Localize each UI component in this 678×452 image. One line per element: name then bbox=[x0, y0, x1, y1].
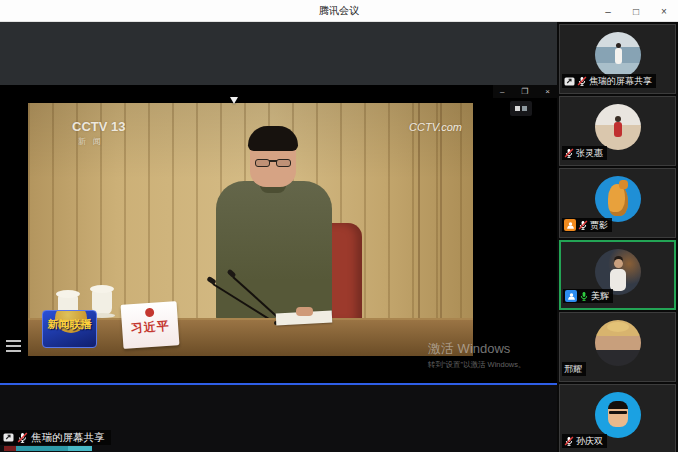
taskbar-sliver bbox=[4, 446, 92, 451]
participant-name: 美辉 bbox=[591, 290, 609, 303]
activation-line2: 转到“设置”以激活 Windows。 bbox=[428, 360, 526, 370]
avatar bbox=[595, 176, 641, 222]
participant-name: 贾影 bbox=[590, 219, 608, 232]
participant-label: 张灵惠 bbox=[562, 146, 607, 160]
participant-tile[interactable]: 焦瑞的屏幕共享 bbox=[559, 24, 676, 94]
cctv13-watermark: CCTV 13 新闻 bbox=[72, 119, 125, 147]
participant-label: 贾影 bbox=[562, 218, 612, 232]
participant-label: 孙庆双 bbox=[562, 434, 607, 448]
cctvcom-watermark: CCTV.com bbox=[409, 121, 462, 133]
muted-mic-icon bbox=[564, 436, 574, 446]
shared-video-player: CCTV 13 新闻 CCTV.com bbox=[0, 85, 557, 383]
shared-app-titlebar: – ❐ × bbox=[493, 85, 557, 98]
shared-app-grid-button bbox=[510, 101, 532, 116]
xinwenlianbo-logo: 新闻联播 XINWENLIANBO bbox=[42, 310, 97, 348]
participant-tile[interactable]: 贾影 bbox=[559, 168, 676, 238]
participant-label: 美辉 bbox=[563, 289, 613, 303]
window-title: 腾讯会议 bbox=[0, 0, 678, 22]
participant-name: 张灵惠 bbox=[576, 147, 603, 160]
screen-share-icon bbox=[3, 432, 14, 443]
muted-mic-icon bbox=[578, 220, 588, 230]
speaker-head bbox=[250, 129, 296, 187]
speaker-hand bbox=[296, 307, 313, 316]
screen-share-banner: 焦瑞的屏幕共享 bbox=[0, 430, 111, 445]
screen-share-icon bbox=[564, 76, 575, 87]
shared-app-minimize-icon: – bbox=[500, 85, 504, 98]
participant-label: 邢耀 bbox=[562, 362, 586, 376]
avatar bbox=[595, 320, 641, 366]
close-button[interactable]: × bbox=[650, 6, 678, 17]
shared-app-restore-icon: ❐ bbox=[521, 85, 528, 98]
host-badge-icon bbox=[564, 219, 576, 231]
minimize-button[interactable]: – bbox=[594, 6, 622, 17]
bottom-strip: 焦瑞的屏幕共享 bbox=[0, 385, 557, 452]
muted-mic-icon bbox=[577, 76, 587, 86]
participant-tile-active-speaker[interactable]: 美辉 bbox=[559, 240, 676, 310]
shared-screen-area: CCTV 13 新闻 CCTV.com bbox=[0, 22, 557, 452]
titlebar: 腾讯会议 – □ × bbox=[0, 0, 678, 22]
emblem-icon bbox=[144, 308, 154, 318]
participants-sidebar: 焦瑞的屏幕共享 张灵惠 贾影 bbox=[557, 22, 678, 452]
muted-mic-icon bbox=[17, 432, 28, 443]
participant-label: 焦瑞的屏幕共享 bbox=[562, 74, 656, 88]
meeting-window: 腾讯会议 – □ × CCTV 13 新闻 CCTV.com bbox=[0, 0, 678, 452]
participant-name: 孙庆双 bbox=[576, 435, 603, 448]
shared-app-close-icon: × bbox=[545, 85, 550, 98]
speaker-body bbox=[216, 181, 332, 323]
windows-activation-watermark: 激活 Windows 转到“设置”以激活 Windows。 bbox=[428, 340, 526, 370]
cctv-video-frame: CCTV 13 新闻 CCTV.com bbox=[28, 103, 473, 356]
activation-line1: 激活 Windows bbox=[428, 340, 526, 358]
xinwenlianbo-text: 新闻联播 bbox=[43, 317, 96, 332]
avatar bbox=[595, 392, 641, 438]
cctv13-sub-watermark: 新闻 bbox=[78, 136, 125, 147]
screen-share-banner-label: 焦瑞的屏幕共享 bbox=[31, 431, 105, 445]
playlist-icon bbox=[6, 340, 21, 353]
name-plate: 习近平 bbox=[121, 301, 180, 349]
participant-tile[interactable]: 邢耀 bbox=[559, 312, 676, 382]
participant-tile[interactable]: 孙庆双 bbox=[559, 384, 676, 452]
name-plate-text: 习近平 bbox=[122, 317, 179, 338]
participant-tile[interactable]: 张灵惠 bbox=[559, 96, 676, 166]
window-controls: – □ × bbox=[594, 0, 678, 22]
maximize-button[interactable]: □ bbox=[622, 6, 650, 17]
avatar bbox=[595, 32, 641, 78]
avatar bbox=[595, 104, 641, 150]
active-mic-icon bbox=[579, 291, 589, 301]
participant-name: 焦瑞的屏幕共享 bbox=[589, 75, 652, 88]
member-badge-icon bbox=[565, 290, 577, 302]
muted-mic-icon bbox=[564, 148, 574, 158]
participant-name: 邢耀 bbox=[564, 363, 582, 376]
mouse-cursor bbox=[230, 97, 238, 104]
speaker-glasses bbox=[254, 159, 292, 168]
